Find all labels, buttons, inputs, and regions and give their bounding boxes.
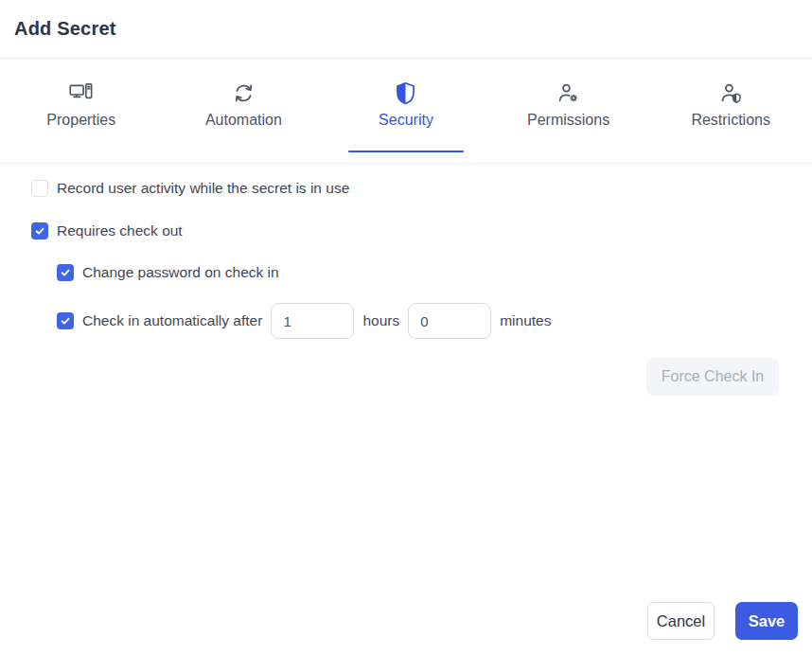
user-shield-icon: [719, 80, 743, 106]
tab-label: Security: [379, 112, 433, 129]
checkbox-row-requires-checkout: Requires check out: [31, 222, 812, 239]
checkbox-row-record-activity: Record user activity while the secret is…: [31, 180, 812, 197]
checkbox-change-password[interactable]: [57, 264, 74, 281]
minutes-unit-label: minutes: [500, 312, 551, 329]
tab-security[interactable]: Security: [325, 59, 487, 163]
sync-icon: [232, 80, 256, 106]
tab-label: Automation: [205, 112, 282, 129]
save-button[interactable]: Save: [735, 602, 798, 640]
checkbox-row-auto-checkin: Check in automatically after hours minut…: [57, 303, 812, 339]
tab-bar: Properties Automation Security: [0, 59, 812, 164]
tab-label: Restrictions: [691, 112, 770, 129]
dialog-header: Add Secret: [0, 0, 812, 59]
workstation-icon: [69, 80, 93, 106]
tab-permissions[interactable]: Permissions: [487, 59, 650, 163]
minutes-input[interactable]: [408, 303, 491, 339]
dialog-title: Add Secret: [14, 17, 798, 40]
checkbox-record-activity[interactable]: [31, 180, 48, 197]
dialog-footer: Cancel Save: [647, 602, 798, 640]
force-check-in-row: Force Check In: [31, 358, 812, 396]
checkbox-label: Change password on check in: [82, 264, 279, 281]
checkbox-row-change-password: Change password on check in: [57, 264, 812, 281]
hours-input[interactable]: [271, 303, 354, 339]
hours-unit-label: hours: [362, 312, 399, 329]
tab-label: Permissions: [527, 112, 609, 129]
shield-icon: [394, 80, 417, 106]
tab-label: Properties: [46, 112, 115, 129]
security-panel: Record user activity while the secret is…: [0, 164, 812, 396]
checkbox-auto-checkin[interactable]: [57, 312, 74, 329]
user-gear-icon: [556, 80, 580, 106]
checkbox-requires-checkout[interactable]: [31, 222, 48, 239]
add-secret-dialog: Add Secret Properties: [0, 0, 812, 396]
active-tab-underline: [348, 150, 464, 152]
checkbox-label: Requires check out: [57, 222, 183, 239]
tab-properties[interactable]: Properties: [0, 59, 163, 163]
cancel-button[interactable]: Cancel: [647, 602, 715, 640]
force-check-in-button[interactable]: Force Check In: [646, 358, 779, 396]
tab-restrictions[interactable]: Restrictions: [649, 59, 812, 163]
tab-automation[interactable]: Automation: [163, 59, 326, 163]
checkbox-label: Check in automatically after: [82, 312, 262, 329]
checkbox-label: Record user activity while the secret is…: [57, 180, 349, 197]
